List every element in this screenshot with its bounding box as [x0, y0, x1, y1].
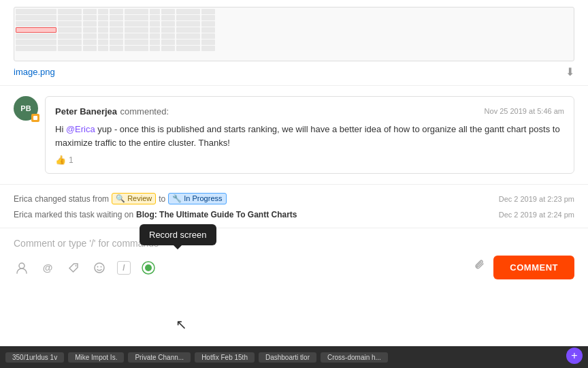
svg-point-4: [101, 266, 102, 267]
toolbar-left: @ /: [14, 260, 157, 276]
avatar-badge-inner: [33, 116, 37, 120]
taskbar-item-2[interactable]: Private Chann...: [128, 352, 191, 363]
svg-point-6: [145, 264, 152, 271]
status-author-1: Erica: [14, 194, 32, 204]
taskbar-item-0[interactable]: 350/1urIdus 1v: [5, 352, 64, 363]
taskbar-fab[interactable]: +: [566, 348, 583, 364]
comment-author-line: Peter Banerjea commented:: [55, 105, 169, 117]
avatar-badge: [31, 114, 39, 122]
svg-point-2: [95, 263, 104, 273]
commenter-name: Peter Banerjea: [55, 106, 117, 117]
cursor: ↖: [176, 316, 187, 333]
svg-point-3: [97, 266, 99, 267]
waiting-link[interactable]: Blog: The Ultimate Guide To Gantt Charts: [136, 210, 297, 219]
image-footer: image.png ⬇: [14, 65, 574, 78]
status-to-text: to: [159, 194, 165, 204]
comment-section: PB Peter Banerjea commented: Nov 25 2019…: [0, 86, 588, 185]
status-action-2: marked this task waiting on: [35, 210, 133, 219]
status-from-badge: 🔍 Review: [112, 193, 156, 204]
image-section: image.png ⬇: [0, 0, 588, 86]
slash-icon[interactable]: /: [117, 261, 131, 275]
svg-point-0: [19, 263, 24, 269]
emoji-icon[interactable]: [91, 260, 108, 276]
taskbar-item-4[interactable]: Dashboarti tlor: [259, 352, 316, 363]
taskbar-item-1[interactable]: Mike Impot Is.: [68, 352, 124, 363]
status-line-1-left: Erica changed status from 🔍 Review to 🔧 …: [14, 193, 227, 204]
status-line-1: Erica changed status from 🔍 Review to 🔧 …: [14, 190, 574, 207]
status-time-2: Dec 2 2019 at 2:24 pm: [499, 211, 574, 219]
comment-header: PB Peter Banerjea commented: Nov 25 2019…: [14, 96, 574, 174]
download-button[interactable]: ⬇: [566, 65, 574, 78]
comment-text-after: yup - once this is published and starts …: [55, 124, 560, 148]
comment-text: Hi @Erica yup - once this is published a…: [55, 123, 564, 149]
commenter-action: commented:: [120, 106, 169, 117]
avatar-initials: PB: [20, 104, 31, 112]
attach-icon[interactable]: [473, 259, 487, 276]
comment-placeholder[interactable]: Comment or type '/' for commands: [14, 235, 574, 256]
comment-body: Peter Banerjea commented: Nov 25 2019 at…: [45, 96, 574, 174]
taskbar: 350/1urIdus 1v Mike Impot Is. Private Ch…: [0, 346, 588, 368]
taskbar-item-3[interactable]: Hotfix Feb 15th: [195, 352, 255, 363]
status-action-1: changed status from: [35, 194, 109, 204]
status-time-1: Dec 2 2019 at 2:23 pm: [499, 195, 574, 203]
spreadsheet-preview: [14, 7, 574, 61]
at-icon[interactable]: @: [39, 260, 56, 276]
taskbar-item-5[interactable]: Cross-domain h...: [321, 352, 388, 363]
comment-button[interactable]: COMMENT: [493, 256, 574, 279]
comment-timestamp: Nov 25 2019 at 5:46 am: [485, 107, 564, 115]
comment-meta: Peter Banerjea commented: Nov 25 2019 at…: [55, 105, 564, 117]
comment-text-before: Hi: [55, 124, 66, 134]
main-container: image.png ⬇ PB Peter Banerjea commented:…: [0, 0, 588, 368]
person-icon[interactable]: [14, 260, 30, 276]
comment-like: 👍 1: [55, 155, 564, 165]
status-author-2: Erica: [14, 210, 32, 219]
svg-point-1: [76, 265, 77, 266]
tag-icon[interactable]: [65, 260, 82, 276]
status-to-badge: 🔧 In Progress: [168, 193, 226, 204]
comment-toolbar: Record screen @ /: [14, 256, 574, 279]
record-tooltip: Record screen: [140, 224, 216, 245]
status-line-2-left: Erica marked this task waiting on Blog: …: [14, 210, 297, 219]
like-icon[interactable]: 👍: [55, 155, 66, 165]
toolbar-right: COMMENT: [473, 256, 574, 279]
like-count: 1: [69, 155, 74, 165]
image-filename[interactable]: image.png: [14, 67, 55, 77]
spreadsheet-rows: [14, 7, 574, 53]
status-line-2: Erica marked this task waiting on Blog: …: [14, 207, 574, 222]
status-changes: Erica changed status from 🔍 Review to 🔧 …: [0, 185, 588, 228]
record-screen-icon[interactable]: [140, 260, 157, 276]
avatar: PB: [14, 96, 38, 121]
comment-mention[interactable]: @Erica: [66, 124, 95, 134]
